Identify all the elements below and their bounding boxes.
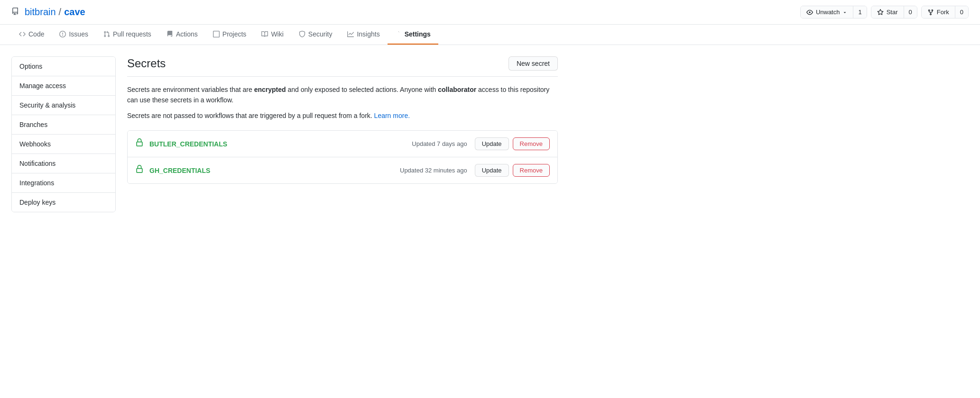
learn-more-link[interactable]: Learn more. <box>374 112 410 119</box>
secret-actions-gh: Update Remove <box>475 164 550 177</box>
fork-count[interactable]: 0 <box>955 6 968 18</box>
unwatch-count[interactable]: 1 <box>853 6 866 18</box>
secret-actions-butler: Update Remove <box>475 137 550 150</box>
tab-wiki[interactable]: Wiki <box>254 25 291 45</box>
sidebar-item-manage-access[interactable]: Manage access <box>12 76 115 96</box>
tab-insights[interactable]: Insights <box>340 25 387 45</box>
tab-code[interactable]: Code <box>11 25 52 45</box>
desc-part2: and only exposed to selected actions. An… <box>286 86 438 93</box>
tab-code-label: Code <box>28 30 44 38</box>
tab-projects[interactable]: Projects <box>205 25 254 45</box>
unwatch-group: Unwatch 1 <box>800 6 867 18</box>
desc-bold2: collaborator <box>438 86 476 93</box>
secret-updated-butler: Updated 7 days ago <box>412 140 467 147</box>
tab-wiki-label: Wiki <box>271 30 283 38</box>
tab-pull-requests-label: Pull requests <box>113 30 151 38</box>
sidebar-item-deploy-keys[interactable]: Deploy keys <box>12 193 115 212</box>
sidebar-item-options[interactable]: Options <box>12 57 115 76</box>
secrets-description: Secrets are environment variables that a… <box>127 84 558 106</box>
desc-bold1: encrypted <box>254 86 286 93</box>
tab-pull-requests[interactable]: Pull requests <box>96 25 159 45</box>
update-button-gh[interactable]: Update <box>475 164 509 177</box>
repo-owner[interactable]: bitbrain <box>25 7 56 18</box>
secrets-title: Secrets <box>127 57 166 70</box>
nav-tabs: Code Issues Pull requests Actions Projec… <box>0 25 980 45</box>
tab-actions[interactable]: Actions <box>159 25 205 45</box>
star-count[interactable]: 0 <box>904 6 917 18</box>
secret-row-butler: BUTLER_CREDENTIALS Updated 7 days ago Up… <box>128 131 557 157</box>
tab-security-label: Security <box>308 30 333 38</box>
tab-actions-label: Actions <box>176 30 198 38</box>
fork-group: Fork 0 <box>921 6 969 18</box>
star-label: Star <box>887 9 898 16</box>
sidebar-item-webhooks[interactable]: Webhooks <box>12 135 115 154</box>
tab-settings-label: Settings <box>405 30 431 38</box>
tab-issues[interactable]: Issues <box>52 25 95 45</box>
sidebar-item-integrations[interactable]: Integrations <box>12 173 115 193</box>
secret-name-butler: BUTLER_CREDENTIALS <box>149 140 412 148</box>
secrets-note: Secrets are not passed to workflows that… <box>127 110 558 121</box>
tab-insights-label: Insights <box>357 30 379 38</box>
unwatch-label: Unwatch <box>816 9 840 16</box>
secret-row-gh: GH_CREDENTIALS Updated 32 minutes ago Up… <box>128 157 557 183</box>
tab-settings[interactable]: Settings <box>388 25 438 45</box>
new-secret-button[interactable]: New secret <box>508 56 558 71</box>
star-group: Star 0 <box>871 6 917 18</box>
fork-label: Fork <box>937 9 949 16</box>
tab-security[interactable]: Security <box>291 25 340 45</box>
sidebar-item-branches[interactable]: Branches <box>12 115 115 135</box>
tab-projects-label: Projects <box>222 30 247 38</box>
secrets-list: BUTLER_CREDENTIALS Updated 7 days ago Up… <box>127 130 558 184</box>
lock-icon-gh <box>135 165 144 176</box>
secret-updated-gh: Updated 32 minutes ago <box>400 167 467 174</box>
fork-button[interactable]: Fork <box>922 6 955 18</box>
update-button-butler[interactable]: Update <box>475 137 509 150</box>
desc-part1: Secrets are environment variables that a… <box>127 86 254 93</box>
header-actions: Unwatch 1 Star 0 Fork 0 <box>800 6 969 18</box>
remove-button-gh[interactable]: Remove <box>513 164 550 177</box>
sidebar: Options Manage access Security & analysi… <box>11 56 116 212</box>
main-content: Secrets New secret Secrets are environme… <box>127 56 558 212</box>
secret-name-gh: GH_CREDENTIALS <box>149 167 400 174</box>
repo-title: bitbrain / cave <box>11 7 85 18</box>
main-layout: Options Manage access Security & analysi… <box>0 45 569 224</box>
header: bitbrain / cave Unwatch 1 Star 0 Fork <box>0 0 980 25</box>
note-text: Secrets are not passed to workflows that… <box>127 112 374 119</box>
tab-issues-label: Issues <box>69 30 88 38</box>
repo-separator: / <box>59 7 62 18</box>
repo-icon <box>11 7 19 18</box>
star-button[interactable]: Star <box>871 6 904 18</box>
unwatch-button[interactable]: Unwatch <box>801 6 854 18</box>
lock-icon-butler <box>135 138 144 149</box>
remove-button-butler[interactable]: Remove <box>513 137 550 150</box>
divider <box>127 76 558 77</box>
secrets-page-header: Secrets New secret <box>127 56 558 71</box>
repo-name[interactable]: cave <box>64 7 85 18</box>
sidebar-item-security-analysis[interactable]: Security & analysis <box>12 96 115 115</box>
sidebar-item-notifications[interactable]: Notifications <box>12 154 115 173</box>
